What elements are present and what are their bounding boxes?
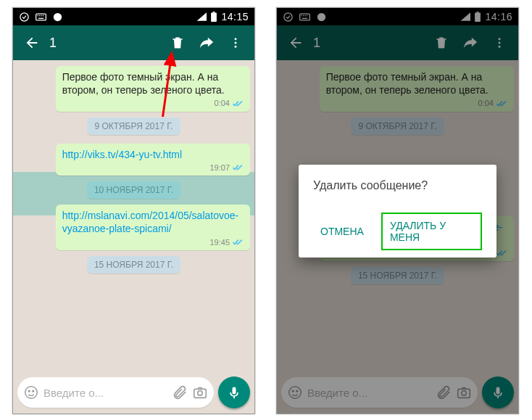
svg-rect-4 <box>41 15 42 16</box>
message-bubble[interactable]: Первое фото темный экран. А на втором, о… <box>56 66 250 112</box>
app-notification-icon-1 <box>19 12 30 22</box>
svg-rect-6 <box>38 17 44 18</box>
message-link[interactable]: http://mslanavi.com/2014/05/salatovoe-vy… <box>62 210 239 234</box>
date-divider: 15 НОЯБРЯ 2017 Г. <box>87 256 180 273</box>
input-bar: Введите о... <box>13 371 254 413</box>
read-ticks-icon <box>232 164 244 171</box>
signal-icon <box>196 12 207 21</box>
svg-rect-5 <box>43 15 43 16</box>
dialog-title: Удалить сообщение? <box>313 179 482 192</box>
emoji-icon[interactable] <box>23 384 39 400</box>
mic-send-button[interactable] <box>218 376 250 408</box>
svg-rect-9 <box>213 12 215 13</box>
selection-count: 1 <box>46 36 163 51</box>
svg-point-17 <box>198 391 202 395</box>
delete-button[interactable] <box>163 28 192 57</box>
app-notification-icon-2 <box>52 12 63 22</box>
message-time: 19:45 <box>209 237 230 247</box>
read-ticks-icon <box>232 239 244 246</box>
read-ticks-icon <box>232 100 244 107</box>
battery-icon <box>211 12 217 22</box>
svg-point-12 <box>235 46 237 48</box>
selection-app-bar: 1 <box>13 25 254 60</box>
message-time: 19:07 <box>209 162 230 173</box>
svg-point-7 <box>54 12 62 20</box>
status-clock: 14:15 <box>221 11 249 22</box>
message-bubble-selected[interactable]: http://viks.tv/434-yu-tv.html 19:07 <box>56 144 250 176</box>
keyboard-notification-icon <box>36 13 46 21</box>
overflow-menu-button[interactable] <box>221 28 250 57</box>
message-bubble[interactable]: http://mslanavi.com/2014/05/salatovoe-vy… <box>56 205 250 250</box>
input-placeholder: Введите о... <box>43 387 167 399</box>
svg-rect-8 <box>212 13 217 22</box>
message-text: Первое фото темный экран. А на втором, о… <box>62 71 225 96</box>
delete-dialog: Удалить сообщение? ОТМЕНА УДАЛИТЬ У МЕНЯ <box>299 165 496 258</box>
svg-point-0 <box>20 12 28 20</box>
svg-point-11 <box>235 42 237 44</box>
svg-rect-3 <box>39 15 40 16</box>
svg-point-14 <box>28 390 30 392</box>
svg-point-15 <box>33 390 34 392</box>
message-link[interactable]: http://viks.tv/434-yu-tv.html <box>62 149 182 160</box>
message-time: 0:04 <box>215 98 230 108</box>
svg-point-10 <box>235 38 237 40</box>
date-divider: 9 ОКТЯБРЯ 2017 Г. <box>87 118 180 135</box>
back-button[interactable] <box>17 28 46 57</box>
message-input[interactable]: Введите о... <box>17 377 214 408</box>
android-status-bar: 14:15 <box>13 8 254 25</box>
dialog-cancel-button[interactable]: ОТМЕНА <box>313 220 371 243</box>
camera-icon[interactable] <box>192 384 208 400</box>
forward-button[interactable] <box>192 28 221 57</box>
attach-icon[interactable] <box>172 384 188 400</box>
svg-rect-1 <box>36 14 46 20</box>
svg-point-13 <box>25 387 38 399</box>
screenshot-after: 14:16 1 Первое фото темный экран. А на в… <box>276 7 519 414</box>
chat-area: Первое фото темный экран. А на втором, о… <box>13 60 254 377</box>
screenshot-before: 14:15 1 Первое фото темный экран. А на в… <box>12 7 255 414</box>
dialog-delete-for-me-button[interactable]: УДАЛИТЬ У МЕНЯ <box>381 213 482 250</box>
svg-rect-2 <box>38 15 38 16</box>
